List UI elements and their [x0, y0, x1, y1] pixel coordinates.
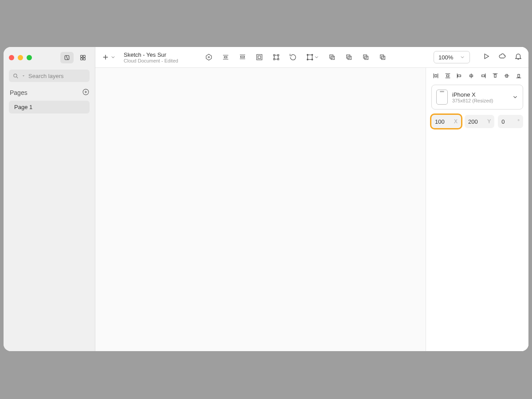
cloud-button[interactable]	[498, 52, 506, 62]
toolbar-center	[205, 53, 424, 61]
chevron-down-icon	[512, 94, 518, 100]
search-input[interactable]: Search layers	[9, 70, 90, 82]
align-h-distribute-button[interactable]	[432, 72, 439, 79]
nodes-icon	[272, 53, 280, 61]
svg-line-6	[16, 77, 18, 78]
caret-down-icon	[21, 74, 26, 78]
union-button[interactable]	[328, 53, 336, 61]
svg-rect-25	[278, 59, 279, 60]
page-name: Page 1	[14, 104, 32, 110]
svg-rect-23	[278, 55, 279, 56]
artboard-preset-selector[interactable]: iPhone X 375x812 (Resized)	[431, 85, 523, 110]
y-value: 200	[468, 118, 478, 125]
insert-button[interactable]	[102, 53, 116, 61]
preview-button[interactable]	[482, 52, 490, 62]
rotate-icon	[289, 53, 297, 61]
x-value: 100	[435, 118, 445, 125]
svg-marker-43	[485, 54, 489, 59]
transform-button[interactable]	[306, 53, 319, 61]
y-position-field[interactable]: 200 Y	[465, 115, 494, 128]
svg-rect-2	[83, 55, 86, 57]
preset-name: iPhone X	[452, 91, 508, 98]
subtract-button[interactable]	[345, 53, 353, 61]
svg-rect-37	[347, 55, 350, 59]
align-v-distribute-button[interactable]	[444, 72, 451, 79]
transform-icon	[306, 53, 314, 61]
distribute-h-icon	[222, 53, 230, 61]
rotation-label: °	[517, 118, 520, 125]
svg-point-13	[208, 57, 209, 58]
align-v-center-button[interactable]	[503, 72, 510, 79]
svg-rect-4	[83, 58, 86, 60]
svg-rect-38	[348, 56, 352, 60]
plus-icon	[102, 53, 110, 61]
document-subtitle: Cloud Document - Edited	[124, 58, 178, 63]
pages-label: Pages	[10, 89, 27, 96]
chevron-down-icon	[110, 55, 116, 60]
svg-rect-24	[274, 59, 275, 60]
search-icon	[12, 73, 19, 79]
add-page-button[interactable]	[82, 88, 90, 97]
svg-rect-15	[224, 57, 227, 58]
svg-rect-30	[308, 55, 313, 60]
rotate-button[interactable]	[289, 53, 297, 61]
page-list-item[interactable]: Page 1	[9, 101, 90, 113]
svg-rect-57	[494, 74, 496, 78]
rotation-value: 0	[501, 118, 505, 125]
intersect-button[interactable]	[362, 53, 370, 61]
chevron-down-icon	[460, 55, 465, 60]
svg-rect-22	[274, 55, 275, 56]
align-h-center-button[interactable]	[468, 72, 475, 79]
align-top-button[interactable]	[492, 72, 499, 79]
document-title-block: Sketch - Yes Sur Cloud Document - Edited	[124, 51, 178, 63]
minimize-window-button[interactable]	[18, 55, 23, 60]
pages-header: Pages	[4, 86, 95, 101]
layers-panel-button[interactable]	[60, 52, 74, 63]
svg-rect-18	[240, 56, 244, 58]
zoom-control[interactable]: 100%	[434, 51, 470, 63]
titlebar	[4, 47, 95, 68]
sidebar: Search layers Pages Page 1	[4, 47, 95, 351]
distribute-horizontal-button[interactable]	[222, 53, 230, 61]
svg-rect-48	[446, 75, 449, 77]
create-symbol-button[interactable]	[205, 53, 213, 61]
difference-button[interactable]	[379, 53, 387, 61]
alignment-controls	[431, 72, 523, 79]
notifications-button[interactable]	[514, 52, 522, 62]
align-bottom-button[interactable]	[515, 72, 522, 79]
preset-detail: 375x812 (Resized)	[452, 98, 508, 103]
align-left-button[interactable]	[456, 72, 463, 79]
components-panel-button[interactable]	[76, 52, 90, 63]
zoom-value: 100%	[438, 54, 453, 61]
group-icon	[255, 53, 263, 61]
distribute-vertical-button[interactable]	[239, 53, 246, 61]
x-label: X	[454, 118, 458, 125]
svg-rect-42	[382, 56, 385, 60]
top-toolbar: Sketch - Yes Sur Cloud Document - Edited	[95, 47, 528, 68]
svg-rect-41	[380, 55, 384, 59]
svg-rect-3	[81, 58, 83, 60]
edit-button[interactable]	[272, 53, 280, 61]
canvas[interactable]	[95, 68, 426, 351]
bell-icon	[514, 52, 522, 60]
document-title: Sketch - Yes Sur	[124, 51, 178, 58]
svg-rect-40	[365, 56, 368, 60]
svg-rect-20	[257, 55, 262, 60]
maximize-window-button[interactable]	[27, 55, 32, 60]
svg-point-5	[14, 74, 17, 77]
main-area: Sketch - Yes Sur Cloud Document - Edited	[95, 47, 528, 351]
inspector: iPhone X 375x812 (Resized) 100 X 200 Y	[426, 68, 528, 351]
union-icon	[328, 53, 336, 61]
close-window-button[interactable]	[9, 55, 14, 60]
subtract-icon	[345, 53, 353, 61]
rotation-field[interactable]: 0 °	[498, 115, 523, 128]
svg-rect-45	[435, 74, 437, 77]
align-right-button[interactable]	[480, 72, 487, 79]
group-button[interactable]	[255, 53, 263, 61]
svg-rect-55	[481, 75, 485, 77]
x-position-field[interactable]: 100 X	[431, 115, 461, 128]
layers-icon	[63, 54, 70, 61]
svg-rect-39	[364, 55, 367, 59]
svg-rect-61	[518, 74, 520, 78]
svg-marker-12	[206, 54, 211, 60]
